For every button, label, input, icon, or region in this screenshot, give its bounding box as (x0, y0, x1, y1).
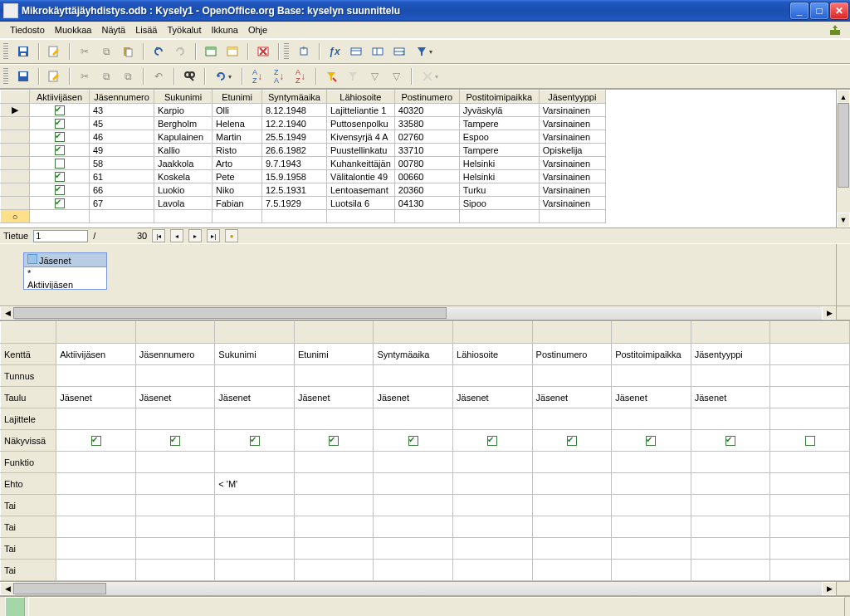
checkbox-icon[interactable] (725, 436, 735, 446)
design-col-header[interactable] (374, 322, 453, 344)
cell-active[interactable] (30, 117, 90, 130)
design-cell-alias[interactable] (532, 365, 612, 387)
cell-etunimi[interactable]: Niko (212, 183, 262, 197)
design-cell-or[interactable] (691, 560, 770, 581)
checkbox-icon[interactable] (408, 436, 418, 446)
nav-prev-button[interactable]: ◂ (170, 229, 183, 242)
design-cell-visible[interactable] (294, 430, 374, 452)
sort-asc-button[interactable]: AZ↓ (247, 66, 267, 86)
design-cell-or[interactable] (770, 516, 850, 538)
table-box-title[interactable]: Jäsenet (24, 253, 106, 267)
col-header[interactable]: Sukunimi (154, 90, 212, 104)
design-cell-function[interactable] (56, 452, 136, 473)
design-cell-sort[interactable] (374, 408, 453, 430)
cell-active[interactable] (30, 144, 90, 157)
cell-jasentyyppi[interactable]: Varsinainen (539, 130, 605, 144)
design-cell-or[interactable] (612, 516, 691, 538)
table-row[interactable]: 58JaakkolaArto9.7.1943Kuhankeittäjän0078… (1, 157, 606, 170)
design-row-label[interactable]: Lajittele (1, 408, 56, 430)
design-cell-or[interactable] (294, 495, 374, 516)
design-cell-or[interactable] (135, 538, 215, 560)
cell-lahiosoite[interactable]: Kuhankeittäjän (327, 157, 395, 170)
save-record-button[interactable] (13, 66, 33, 86)
toolbar-grip[interactable] (3, 68, 8, 85)
menu-window[interactable]: Ikkuna (206, 23, 242, 37)
cell-sukunimi[interactable]: Koskela (154, 170, 212, 183)
cell-postinumero[interactable]: 02760 (394, 130, 459, 144)
edit-mode-button[interactable] (44, 42, 64, 61)
cell-sukunimi[interactable]: Lavola (154, 197, 212, 210)
design-cell-or[interactable] (56, 495, 136, 516)
design-cell-function[interactable] (294, 452, 374, 473)
design-cell-or[interactable] (374, 560, 453, 581)
design-cell-or[interactable] (532, 560, 612, 581)
find-button[interactable] (179, 66, 199, 86)
design-cell-or[interactable] (374, 495, 453, 516)
design-cell-or[interactable] (294, 538, 374, 560)
cell-postinumero[interactable]: 40320 (394, 104, 459, 117)
checkbox-icon[interactable] (55, 145, 65, 155)
design-cell-function[interactable] (215, 452, 295, 473)
alias-button[interactable] (368, 42, 388, 61)
design-cell-or[interactable] (374, 538, 453, 560)
checkbox-icon[interactable] (250, 436, 260, 446)
select-all-corner[interactable] (1, 90, 30, 104)
table-box-jasenet[interactable]: Jäsenet * Aktiivijäsen (23, 252, 107, 290)
design-cell-alias[interactable] (215, 365, 295, 387)
design-cell-alias[interactable] (612, 365, 691, 387)
design-cell-or[interactable] (691, 538, 770, 560)
cell-etunimi[interactable]: Fabian (212, 197, 262, 210)
design-cell-field[interactable]: Etunimi (294, 344, 374, 365)
design-cell-visible[interactable] (453, 430, 533, 452)
checkbox-icon[interactable] (55, 119, 65, 129)
menu-tools[interactable]: Työkalut (162, 23, 206, 37)
menu-edit[interactable]: Muokkaa (50, 23, 97, 37)
cell-jno[interactable]: 58 (90, 157, 154, 170)
checkbox-icon[interactable] (55, 185, 65, 195)
design-cell-table[interactable]: Jäsenet (135, 387, 215, 408)
design-cell-sort[interactable] (770, 408, 850, 430)
cell-postinumero[interactable]: 20360 (394, 183, 459, 197)
design-cell-table[interactable] (770, 387, 850, 408)
design-cell-or[interactable] (215, 538, 295, 560)
design-row-label[interactable]: Taulu (1, 387, 56, 408)
col-header[interactable]: Etunimi (212, 90, 262, 104)
cell-postinumero[interactable]: 33580 (394, 117, 459, 130)
cell-postitoimipaikka[interactable]: Tampere (459, 117, 539, 130)
cell-jasentyyppi[interactable]: Varsinainen (539, 197, 605, 210)
design-row-label[interactable]: Tai (1, 516, 56, 538)
design-cell-or[interactable] (135, 495, 215, 516)
scroll-down-icon[interactable]: ▼ (837, 213, 850, 227)
table-row[interactable]: 61KoskelaPete15.9.1958Välitalontie 49006… (1, 170, 606, 183)
checkbox-icon[interactable] (170, 436, 180, 446)
cell-sukunimi[interactable]: Kapulainen (154, 130, 212, 144)
refresh-button[interactable] (210, 66, 237, 86)
design-cell-or[interactable] (56, 516, 136, 538)
cell-jno[interactable]: 66 (90, 183, 154, 197)
nav-last-button[interactable]: ▸| (207, 229, 220, 242)
cell-syntymaaika[interactable]: 9.7.1943 (262, 157, 327, 170)
add-table-button[interactable]: + (294, 42, 314, 61)
row-selector[interactable] (1, 130, 30, 144)
cell-postitoimipaikka[interactable]: Jyväskylä (459, 104, 539, 117)
checkbox-icon[interactable] (55, 159, 65, 169)
cell-jno[interactable]: 43 (90, 104, 154, 117)
design-cell-table[interactable]: Jäsenet (215, 387, 295, 408)
cell-lahiosoite[interactable]: Kivensyrjä 4 A (327, 130, 395, 144)
design-col-header[interactable] (215, 322, 295, 344)
paste-button[interactable] (118, 42, 138, 61)
design-cell-or[interactable] (532, 495, 612, 516)
relation-hscrollbar[interactable]: ◀ ▶ (0, 306, 850, 320)
design-cell-table[interactable]: Jäsenet (294, 387, 374, 408)
cell-lahiosoite[interactable]: Puttosenpolku (327, 117, 395, 130)
design-cell-or[interactable] (56, 560, 136, 581)
design-row-label[interactable]: Funktio (1, 452, 56, 473)
col-header[interactable]: Aktiivijäsen (30, 90, 90, 104)
cell-postinumero[interactable]: 33710 (394, 144, 459, 157)
design-cell-or[interactable] (215, 560, 295, 581)
nav-first-button[interactable]: |◂ (152, 229, 165, 242)
design-cell-sort[interactable] (532, 408, 612, 430)
checkbox-icon[interactable] (55, 172, 65, 182)
design-cell-criteria[interactable]: < 'M' (215, 473, 295, 495)
table-field[interactable]: * (24, 267, 106, 279)
